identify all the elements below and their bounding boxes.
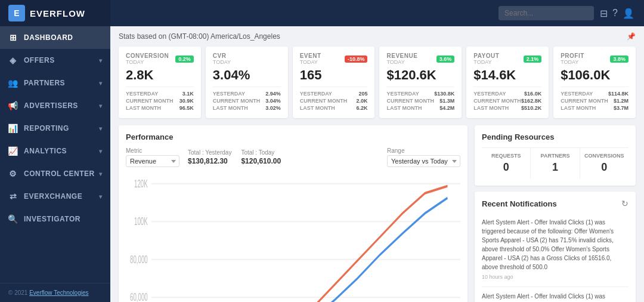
notif-text: Alert System Alert - Offer Invalid Click… [482, 292, 628, 303]
stat-row-item: LAST MONTH $4.2M [386, 105, 454, 111]
stat-label-group: EVENT TODAY [300, 53, 321, 65]
stat-card-payout: PAYOUT TODAY 2.1% $14.6K YESTERDAY $16.0… [466, 47, 549, 118]
timezone-text: Stats based on (GMT-08:00) America/Los_A… [119, 32, 280, 41]
stat-label-group: CONVERSION TODAY [126, 53, 169, 65]
stat-row-key: YESTERDAY [213, 91, 245, 97]
svg-text:120K: 120K [134, 178, 148, 190]
sidebar-item-left: ⊞ DASHBOARD [8, 33, 73, 42]
stat-rows: YESTERDAY $130.8K CURRENT MONTH $1.3M LA… [386, 87, 454, 111]
timezone-bar: Stats based on (GMT-08:00) America/Los_A… [119, 32, 636, 41]
stat-sub: TODAY [213, 59, 231, 65]
stat-row-item: CURRENT MONTH $162.8K [473, 98, 541, 104]
sidebar-item-left: 📊 REPORTING [8, 124, 69, 133]
stat-row-key: CURRENT MONTH [386, 98, 434, 104]
range-select[interactable]: Yesterday vs Today Last 7 Days Last 30 D… [387, 155, 460, 167]
chevron-icon: ▾ [99, 148, 103, 155]
sidebar-label-advertisers: ADVERTISERS [24, 101, 78, 110]
stat-row-key: LAST MONTH [213, 105, 248, 111]
stats-row: CONVERSION TODAY 0.2% 2.8K YESTERDAY 3.1… [119, 47, 636, 118]
stat-card-revenue: REVENUE TODAY 3.6% $120.6K YESTERDAY $13… [379, 47, 462, 118]
stat-card-header: CVR TODAY [213, 53, 281, 65]
stat-row-val: $130.8K [434, 91, 454, 97]
sidebar-item-left: 👥 PARTNERS [8, 78, 65, 88]
stat-row-item: LAST MONTH $510.2K [473, 105, 541, 111]
stat-rows: YESTERDAY 2.94% CURRENT MONTH 3.04% LAST… [213, 87, 281, 111]
sidebar-item-partners[interactable]: 👥 PARTNERS ▾ [0, 72, 110, 94]
notifications-card: Recent Notifications ↻ Alert System Aler… [475, 192, 636, 302]
sidebar-item-control-center[interactable]: ⚙ CONTROL CENTER ▾ [0, 162, 110, 185]
stat-label-group: PAYOUT TODAY [473, 53, 499, 65]
stat-value-payout: $14.6K [473, 67, 541, 83]
stat-value-event: 165 [300, 67, 368, 83]
col-left: Performance Metric Revenue Conversions C… [119, 125, 467, 302]
sidebar-item-left: 📢 ADVERTISERS [8, 101, 78, 110]
sidebar-item-advertisers[interactable]: 📢 ADVERTISERS ▾ [0, 94, 110, 117]
sidebar-item-everxchange[interactable]: ⇄ EVERXCHANGE ▾ [0, 185, 110, 208]
content-area: Stats based on (GMT-08:00) America/Los_A… [110, 26, 644, 302]
stat-row-key: YESTERDAY [473, 91, 506, 97]
stat-row-item: CURRENT MONTH 2.0K [300, 98, 368, 104]
filter-icon[interactable]: ⊟ [600, 8, 608, 19]
chevron-icon: ▾ [99, 125, 103, 132]
notif-text: Alert System Alert - Offer Invalid Click… [482, 218, 628, 272]
chevron-icon: ▾ [99, 193, 103, 200]
pin-icon[interactable]: 📌 [627, 32, 636, 41]
refresh-icon[interactable]: ↻ [621, 199, 628, 208]
metric-select[interactable]: Revenue Conversions Clicks CVR [126, 155, 179, 167]
sidebar-item-dashboard[interactable]: ⊞ DASHBOARD [0, 26, 110, 49]
notif-list: Alert System Alert - Offer Invalid Click… [482, 213, 628, 302]
performance-title: Performance [126, 132, 460, 141]
stat-card-event: EVENT TODAY -10.8% 165 YESTERDAY 205 CUR… [293, 47, 375, 118]
sidebar-label-analytics: ANALYTICS [24, 147, 67, 155]
sidebar-item-reporting[interactable]: 📊 REPORTING ▾ [0, 117, 110, 140]
search-input[interactable] [499, 6, 594, 20]
stat-row-key: CURRENT MONTH [300, 98, 348, 104]
stat-row-key: LAST MONTH [386, 105, 422, 111]
stat-row-val: $1.3M [439, 98, 454, 104]
sidebar-item-left: 🔍 INVESTIGATOR [8, 214, 80, 224]
pending-item-partners: PARTNERS 1 [531, 148, 580, 178]
stat-sub: TODAY [473, 59, 499, 65]
stat-sub: TODAY [126, 59, 169, 65]
pending-item-label: CONVERSIONS [583, 153, 626, 159]
logo-area[interactable]: E EVERFLOW [0, 0, 110, 26]
notif-title: Recent Notifications [482, 199, 557, 208]
sidebar-label-offers: OFFERS [24, 56, 55, 64]
stat-row-key: YESTERDAY [561, 91, 593, 97]
metric-label: Metric [126, 147, 179, 154]
stat-row-item: YESTERDAY $114.8K [561, 91, 628, 97]
stat-row-key: CURRENT MONTH [473, 98, 521, 104]
stat-row-val: 3.1K [182, 91, 194, 97]
sidebar-item-investigator[interactable]: 🔍 INVESTIGATOR [0, 208, 110, 230]
sidebar-item-analytics[interactable]: 📈 ANALYTICS ▾ [0, 140, 110, 162]
topbar: ⊟ ? 👤 [110, 0, 644, 26]
sidebar-label-reporting: REPORTING [24, 124, 69, 132]
chevron-icon: ▾ [99, 80, 103, 87]
stat-rows: YESTERDAY 3.1K CURRENT MONTH 30.9K LAST … [126, 87, 194, 111]
sidebar-item-offers[interactable]: ◈ OFFERS ▾ [0, 49, 110, 72]
stat-row-key: LAST MONTH [561, 105, 596, 111]
stat-row-key: CURRENT MONTH [561, 98, 608, 104]
stat-row-item: CURRENT MONTH 3.04% [213, 98, 281, 104]
chart-area: 120K 100K 80,000 60,000 40,000 20,000 [126, 172, 460, 302]
stat-row-val: $1.2M [614, 98, 628, 104]
stat-row-key: LAST MONTH [126, 105, 161, 111]
pending-item-label: PARTNERS [533, 153, 577, 159]
pending-item-label: REQUESTS [484, 153, 528, 159]
stat-label: CVR [213, 53, 231, 59]
footer-link[interactable]: Everflow Technologies [29, 289, 88, 296]
svg-text:100K: 100K [134, 215, 148, 227]
help-icon[interactable]: ? [612, 8, 618, 19]
stat-row-val: $162.8K [521, 98, 541, 104]
pending-resources-card: Pending Resources REQUESTS 0 PARTNERS 1 … [475, 125, 636, 186]
nav-icon-everxchange: ⇄ [8, 192, 18, 201]
stat-row-val: 30.9K [179, 98, 194, 104]
stat-label-group: REVENUE TODAY [386, 53, 417, 65]
user-icon[interactable]: 👤 [623, 8, 634, 19]
stat-label-group: PROFIT TODAY [561, 53, 584, 65]
nav-icon-dashboard: ⊞ [8, 33, 18, 42]
stat-row-val: $4.2M [439, 105, 454, 111]
stat-row-key: CURRENT MONTH [126, 98, 174, 104]
nav-icon-reporting: 📊 [8, 124, 18, 133]
stat-row-item: YESTERDAY 2.94% [213, 91, 281, 97]
